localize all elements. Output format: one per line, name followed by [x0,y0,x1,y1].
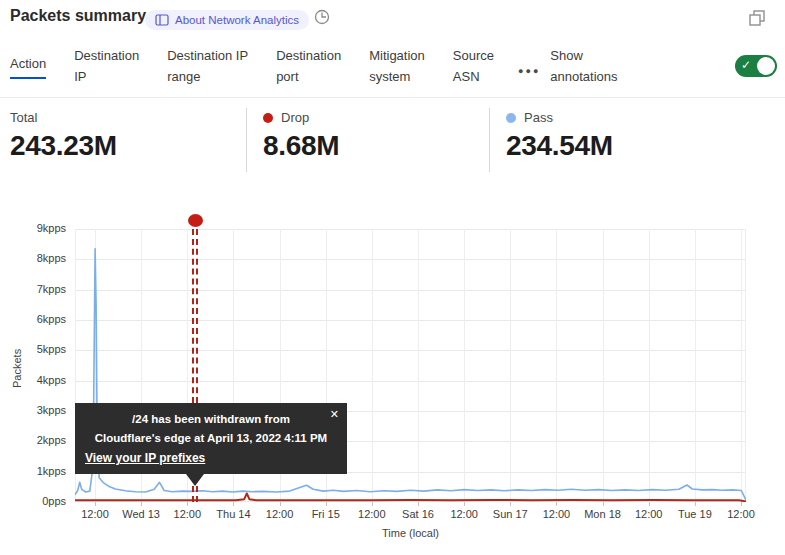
x-tick-mark [326,502,327,506]
x-tick-mark [603,502,604,506]
tab-list: ActionDestinationIPDestination IPrangeDe… [10,45,494,87]
about-network-analytics-badge[interactable]: About Network Analytics [145,10,309,30]
y-tick-label: 8kpps [0,252,66,264]
drop-legend-dot [263,113,273,123]
tab-destination-ip-range[interactable]: Destination IPrange [167,45,248,87]
tab-action[interactable]: Action [10,53,46,79]
x-tick-label: 12:00 [711,508,771,520]
x-tick-mark [141,502,142,506]
x-tick-mark [464,502,465,506]
x-tick-label: Mon 18 [573,508,633,520]
stat-label: Drop [281,110,309,125]
x-tick-label: Thu 14 [203,508,263,520]
y-tick-label: 5kpps [0,343,66,355]
time-period-icon[interactable] [313,8,331,30]
x-tick-mark [233,502,234,506]
tab-label: Destination [74,45,139,66]
y-tick-label: 0pps [0,495,66,507]
y-tick-label: 4kpps [0,374,66,386]
toggle-knob [757,57,775,75]
x-tick-label: Tue 19 [665,508,725,520]
x-tick-label: Fri 15 [296,508,356,520]
tab-label: system [369,66,425,87]
x-tick-mark [695,502,696,506]
x-tick-mark [95,502,96,506]
x-tick-mark [280,502,281,506]
tooltip-text-line: /24 has been withdrawn from [85,410,337,429]
tab-label: Destination IP [167,45,248,66]
badge-label: About Network Analytics [175,14,299,26]
plot-area[interactable]: ✕ /24 has been withdrawn from Cloudflare… [75,229,746,502]
tab-label: port [276,66,341,87]
stat-value-pass: 234.54M [506,130,613,162]
x-axis-title: Time (local) [75,527,746,539]
y-tick-label: 6kpps [0,313,66,325]
packets-summary-panel: Packets summary About Network Analytics … [0,0,785,555]
x-tick-label: 12:00 [250,508,310,520]
x-tick-mark [418,502,419,506]
check-icon: ✓ [741,58,751,72]
stat-label: Pass [524,110,553,125]
close-icon[interactable]: ✕ [330,408,339,421]
more-tabs-button[interactable]: ●●● [518,66,540,76]
annotation-tooltip: ✕ /24 has been withdrawn from Cloudflare… [75,403,347,474]
tab-label: Action [10,53,46,79]
page-title: Packets summary [10,7,146,25]
tabs-row: ActionDestinationIPDestination IPrangeDe… [10,42,777,90]
x-tick-label: 12:00 [526,508,586,520]
tab-label: Source [453,45,494,66]
x-tick-label: Sun 17 [480,508,540,520]
pass-legend-dot [506,113,516,123]
tab-label: Mitigation [369,45,425,66]
x-tick-mark [510,502,511,506]
y-tick-label: 1kpps [0,465,66,477]
x-tick-mark [741,502,742,506]
x-tick-label: Sat 16 [388,508,448,520]
series-line-drop [75,494,746,502]
stat-total: Total 243.23M [0,108,246,172]
y-tick-label: 7kpps [0,283,66,295]
show-annotations-label: Show annotations [550,45,617,87]
tab-mitigation-system[interactable]: Mitigationsystem [369,45,425,87]
y-tick-label: 9kpps [0,222,66,234]
x-tick-label: 12:00 [434,508,494,520]
stats-row: Total 243.23M Drop 8.68M Pass 234.54M [0,108,785,172]
annotation-marker[interactable] [188,214,203,227]
x-tick-label: 12:00 [342,508,402,520]
x-tick-mark [372,502,373,506]
x-tick-mark [187,502,188,506]
x-tick-label: 12:00 [157,508,217,520]
x-tick-mark [649,502,650,506]
stat-pass: Pass 234.54M [489,108,613,172]
x-tick-label: 12:00 [619,508,679,520]
tab-label: ASN [453,66,494,87]
stat-label: Total [10,110,37,125]
x-tick-label: Wed 13 [111,508,171,520]
x-tick-mark [556,502,557,506]
expand-icon[interactable] [747,8,767,32]
tab-label: Destination [276,45,341,66]
tooltip-text-line: Cloudflare's edge at April 13, 2022 4:11… [85,429,337,448]
tab-label: range [167,66,248,87]
tab-source-asn[interactable]: SourceASN [453,45,494,87]
tab-destination-port[interactable]: Destinationport [276,45,341,87]
x-tick-label: 12:00 [65,508,125,520]
show-annotations-toggle[interactable]: ✓ [735,55,777,77]
divider [0,97,785,98]
tab-label: IP [74,66,139,87]
tab-destination-ip[interactable]: DestinationIP [74,45,139,87]
y-tick-label: 3kpps [0,404,66,416]
stat-value-total: 243.23M [10,130,246,162]
y-axis-title: Packets [11,349,23,388]
stat-value-drop: 8.68M [263,130,489,162]
y-tick-label: 2kpps [0,434,66,446]
view-ip-prefixes-link[interactable]: View your IP prefixes [85,451,205,465]
book-icon [155,14,169,26]
stat-drop: Drop 8.68M [246,108,489,172]
